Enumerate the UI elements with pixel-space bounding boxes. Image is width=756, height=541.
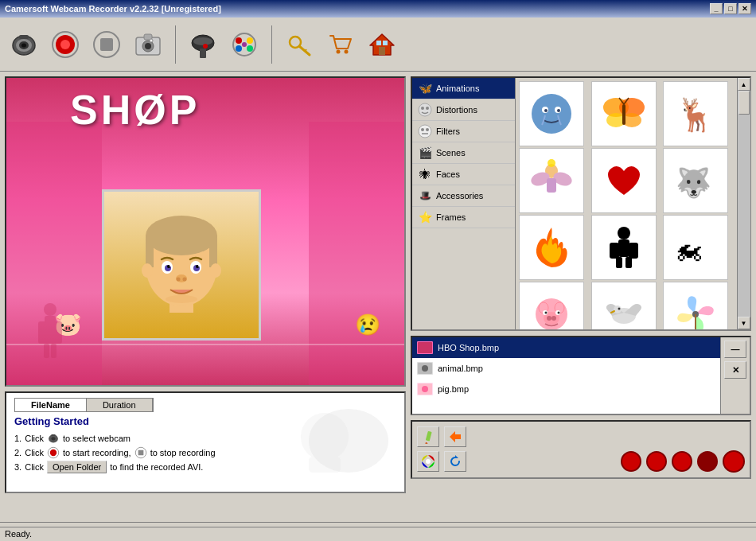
svg-point-51 — [183, 278, 187, 282]
effect-cell-6[interactable]: 🐺 — [663, 148, 728, 213]
file-item-1[interactable]: animal.bmp — [412, 358, 720, 379]
ctrl-btn-4[interactable] — [697, 451, 718, 472]
step-3-num: 3. — [14, 462, 21, 472]
svg-point-73 — [426, 128, 429, 131]
gs-step-2: 2. Click to start recording, to stop rec… — [14, 446, 396, 459]
record-button[interactable] — [48, 27, 83, 62]
ctrl-btn-2[interactable] — [646, 451, 667, 472]
svg-point-18 — [203, 44, 208, 49]
svg-marker-133 — [450, 431, 461, 442]
face-overlay — [102, 189, 261, 341]
ctrl-btn-3[interactable] — [672, 451, 692, 472]
gs-tabs: FileName Duration — [14, 398, 154, 412]
svg-rect-131 — [426, 431, 432, 442]
svg-rect-97 — [629, 243, 638, 259]
ctrl-btn-5[interactable] — [723, 450, 745, 473]
gs-step-1: 1. Click to select webcam — [14, 432, 396, 445]
animations-icon: 🦋 — [417, 80, 433, 96]
svg-point-39 — [142, 263, 153, 278]
scroll-thumb[interactable] — [738, 91, 750, 115]
stop-button[interactable] — [89, 27, 124, 62]
category-faces[interactable]: 🕷 Faces — [412, 164, 515, 185]
blue-face-icon: 😢 — [355, 313, 380, 337]
effect-cell-1[interactable] — [519, 81, 584, 146]
svg-rect-61 — [52, 434, 56, 436]
gs-step-3: 3. Click Open Folder to find the recorde… — [14, 461, 396, 473]
svg-point-23 — [247, 45, 253, 52]
file-list: HBO Shop.bmp animal.bmp pig.bmp — [412, 337, 720, 414]
file-name-1: animal.bmp — [438, 364, 483, 373]
effect-cell-7[interactable] — [519, 215, 584, 280]
svg-point-112 — [614, 306, 622, 313]
refresh-button[interactable] — [444, 451, 466, 472]
ctrl-btn-1[interactable] — [621, 451, 641, 472]
effect-cell-9[interactable]: 🏍 — [663, 215, 728, 280]
effect-cell-11[interactable] — [591, 282, 657, 329]
color-wheel-button[interactable] — [417, 451, 439, 472]
svg-rect-17 — [200, 49, 206, 58]
scroll-down-button[interactable]: ▼ — [738, 317, 750, 329]
webcam-button[interactable] — [6, 27, 41, 62]
svg-point-72 — [421, 128, 424, 131]
svg-rect-57 — [44, 344, 49, 358]
category-animations-label: Animations — [436, 84, 479, 93]
step-2-record-icon — [47, 446, 60, 459]
svg-point-40 — [210, 263, 221, 278]
svg-rect-33 — [383, 41, 388, 45]
category-animations[interactable]: 🦋 Animations — [412, 78, 515, 99]
scroll-up-button[interactable]: ▲ — [738, 78, 750, 91]
effect-cell-3[interactable]: 🦌 — [663, 81, 728, 146]
category-frames[interactable]: ⭐ Frames — [412, 207, 515, 228]
svg-point-79 — [557, 109, 560, 112]
svg-rect-58 — [51, 344, 57, 358]
status-text: Ready. — [5, 529, 32, 539]
effect-cell-4[interactable] — [519, 148, 584, 213]
paint-button[interactable] — [227, 27, 262, 62]
maximize-button[interactable]: □ — [724, 3, 737, 14]
store-bg-right — [309, 122, 404, 385]
remove-file-button[interactable]: — — [724, 341, 746, 358]
file-item-0[interactable]: HBO Shop.bmp — [412, 337, 720, 358]
svg-rect-124 — [418, 342, 432, 353]
file-icon-1 — [417, 360, 433, 376]
tab-filename[interactable]: FileName — [15, 399, 87, 411]
svg-point-28 — [337, 49, 341, 53]
category-accessories[interactable]: 🎩 Accessories — [412, 185, 515, 207]
effects-button[interactable] — [185, 27, 220, 62]
svg-point-110 — [558, 312, 560, 314]
svg-point-14 — [150, 39, 153, 42]
arrow-button[interactable] — [444, 426, 466, 447]
svg-rect-65 — [138, 450, 143, 456]
video-preview: SHØP — [5, 76, 406, 387]
minimize-button[interactable]: _ — [710, 3, 723, 14]
category-distortions[interactable]: Distortions — [412, 99, 515, 121]
cart-button[interactable] — [323, 27, 358, 62]
effect-cell-2[interactable] — [591, 81, 657, 146]
home-button[interactable] — [364, 27, 399, 62]
effects-grid-container: 🦌 🐺 — [516, 78, 737, 329]
svg-rect-37 — [146, 235, 154, 267]
category-filters[interactable]: Filters — [412, 121, 515, 142]
effect-cell-5[interactable] — [591, 148, 657, 213]
effect-cell-8[interactable] — [591, 215, 657, 280]
category-scenes[interactable]: 🎬 Scenes — [412, 142, 515, 164]
close-button[interactable]: ✕ — [738, 3, 751, 14]
svg-point-106 — [551, 316, 556, 321]
svg-rect-99 — [625, 257, 632, 268]
keys-button[interactable] — [282, 27, 317, 62]
svg-rect-4 — [19, 35, 29, 39]
frames-icon: ⭐ — [417, 209, 433, 225]
svg-rect-96 — [610, 243, 619, 259]
snapshot-button[interactable] — [131, 27, 166, 62]
getting-started-panel: FileName Duration Getting Started 1. Cli… — [5, 391, 406, 493]
step-3-open-folder-button[interactable]: Open Folder — [47, 461, 107, 473]
effects-categories: 🦋 Animations Distortions Filters 🎬 — [412, 78, 516, 329]
file-item-2[interactable]: pig.bmp — [412, 379, 720, 399]
close-file-button[interactable]: ✕ — [724, 361, 746, 379]
effect-cell-10[interactable] — [519, 282, 584, 329]
pencil-button[interactable] — [417, 426, 439, 447]
effect-cell-12[interactable] — [663, 282, 728, 329]
tab-duration[interactable]: Duration — [87, 399, 153, 411]
faces-icon: 🕷 — [417, 166, 433, 182]
status-bar: Ready. — [0, 527, 756, 541]
